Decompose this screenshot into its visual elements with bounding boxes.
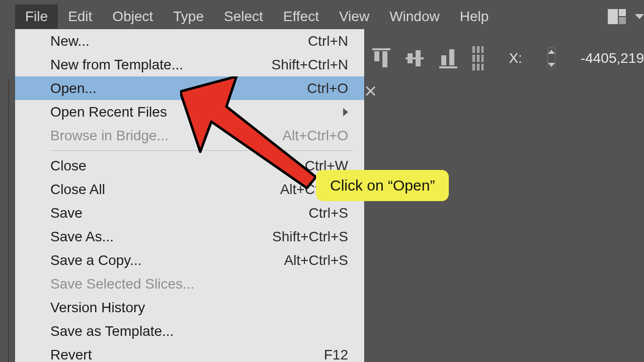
menu-item-label: Browse in Bridge... [50, 128, 169, 144]
file-menu-browse-in-bridge: Browse in Bridge... Alt+Ctrl+O [15, 124, 364, 147]
menu-item-shortcut: Ctrl+S [308, 205, 348, 221]
file-menu-version-history[interactable]: Version History [15, 296, 364, 319]
align-vertical-center-icon[interactable] [406, 48, 414, 68]
align-bottom-icon[interactable] [439, 48, 447, 68]
menu-separator [50, 150, 353, 151]
menu-file[interactable]: File [15, 5, 58, 29]
menu-item-label: Save [50, 205, 83, 221]
close-icon[interactable] [365, 85, 376, 97]
file-menu-close[interactable]: Close Ctrl+W [15, 154, 364, 177]
menubar: File Edit Object Type Select Effect View… [0, 0, 644, 33]
annotation-callout: Click on “Open” [316, 170, 449, 201]
x-coordinate-value[interactable]: -4405,219 [581, 50, 644, 66]
transform-reference-point-icon[interactable] [472, 46, 484, 70]
menu-type[interactable]: Type [163, 5, 214, 29]
menu-item-label: New... [50, 33, 90, 49]
menu-item-shortcut: Ctrl+O [307, 80, 348, 97]
align-top-icon[interactable] [372, 48, 380, 68]
menu-item-shortcut: Shift+Ctrl+S [272, 229, 348, 245]
workspace-switcher-icon[interactable] [608, 9, 626, 24]
file-menu-revert[interactable]: Revert F12 [15, 343, 364, 362]
menu-item-label: Revert [50, 347, 92, 363]
file-menu-save-a-copy[interactable]: Save a Copy... Alt+Ctrl+S [15, 248, 364, 272]
file-menu-open[interactable]: Open... Ctrl+O [15, 76, 364, 100]
menu-item-label: Open... [50, 80, 97, 97]
menu-window[interactable]: Window [379, 5, 450, 29]
chevron-down-icon[interactable] [635, 14, 644, 19]
file-menu-save-selected-slices: Save Selected Slices... [15, 272, 364, 296]
menu-item-label: Close All [50, 182, 105, 198]
submenu-arrow-icon [343, 108, 348, 116]
document-tabstrip [365, 85, 376, 97]
menu-edit[interactable]: Edit [58, 5, 102, 29]
menu-help[interactable]: Help [450, 5, 499, 29]
file-menu-save[interactable]: Save Ctrl+S [15, 201, 364, 225]
file-menu-new-from-template[interactable]: New from Template... Shift+Ctrl+N [15, 53, 364, 76]
menu-item-label: Save as Template... [50, 323, 174, 339]
menu-item-label: Close [50, 158, 87, 174]
menu-item-label: New from Template... [50, 57, 183, 73]
file-menu-save-as[interactable]: Save As... Shift+Ctrl+S [15, 225, 364, 248]
x-coordinate-label: X: [509, 50, 522, 66]
menu-item-label: Save As... [50, 229, 114, 245]
menu-item-label: Save Selected Slices... [50, 276, 194, 292]
menu-effect[interactable]: Effect [273, 5, 329, 29]
menu-item-shortcut: Shift+Ctrl+N [272, 57, 349, 73]
annotation-text: Click on “Open” [330, 177, 435, 194]
menu-item-label: Save a Copy... [50, 252, 142, 268]
file-menu-new[interactable]: New... Ctrl+N [15, 29, 364, 53]
file-menu-open-recent[interactable]: Open Recent Files [15, 100, 364, 124]
menu-item-shortcut: Alt+Ctrl+O [282, 128, 348, 144]
x-coordinate-stepper[interactable] [547, 47, 555, 69]
menu-item-shortcut: Ctrl+N [308, 33, 348, 49]
file-menu-dropdown: New... Ctrl+N New from Template... Shift… [15, 29, 364, 362]
left-tool-edge [0, 79, 9, 362]
menu-item-label: Version History [50, 300, 145, 316]
menu-item-shortcut: F12 [324, 347, 348, 363]
file-menu-save-as-template[interactable]: Save as Template... [15, 319, 364, 343]
file-menu-close-all[interactable]: Close All Alt+Ctrl+W [15, 177, 364, 201]
menu-item-label: Open Recent Files [50, 104, 167, 120]
menu-object[interactable]: Object [102, 5, 163, 29]
menu-view[interactable]: View [329, 5, 379, 29]
menu-item-shortcut: Alt+Ctrl+S [284, 252, 348, 268]
menu-select[interactable]: Select [214, 5, 273, 29]
